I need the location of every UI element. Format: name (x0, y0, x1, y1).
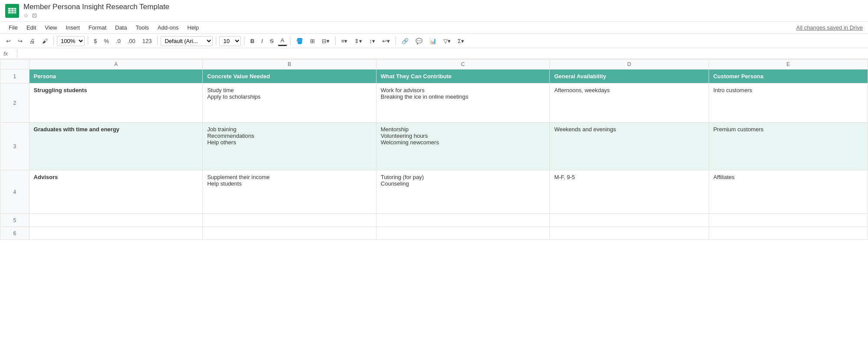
menu-view[interactable]: View (41, 23, 60, 33)
decimal-less-button[interactable]: .0 (113, 37, 123, 46)
cell-d6[interactable] (550, 227, 709, 240)
cell-e5[interactable] (709, 214, 868, 227)
separator-8 (396, 37, 396, 45)
italic-button[interactable]: I (259, 37, 266, 46)
separator-3 (157, 37, 158, 45)
cell-e3[interactable]: Premium customers (709, 123, 868, 170)
col-header-a[interactable]: A (29, 60, 203, 70)
column-header-row: A B C D E (0, 60, 868, 70)
cell-c5[interactable] (376, 214, 550, 227)
folder-icon[interactable]: ⊡ (32, 12, 37, 19)
cell-c2[interactable]: Work for advisors Breaking the ice in on… (376, 83, 550, 123)
valign-button[interactable]: ⇕▾ (352, 37, 365, 46)
cell-d3[interactable]: Weekends and evenings (550, 123, 709, 170)
link-button[interactable]: 🔗 (399, 37, 411, 46)
separator-7 (335, 37, 336, 45)
table-row-4: 4 Advisors Supplement their income Help … (0, 170, 868, 214)
filter-button[interactable]: ▽▾ (441, 37, 453, 46)
cell-b5[interactable] (203, 214, 376, 227)
font-size-select[interactable]: 10 11 12 14 (219, 36, 241, 46)
format-123-button[interactable]: 123 (140, 37, 155, 46)
cell-b2[interactable]: Study time Apply to scholarships (203, 83, 376, 123)
cell-a3[interactable]: Graduates with time and energy (29, 123, 203, 170)
cell-d2[interactable]: Afternoons, weekdays (550, 83, 709, 123)
align-button[interactable]: ≡▾ (339, 37, 350, 46)
borders-button[interactable]: ⊞ (307, 37, 317, 46)
bold-button[interactable]: B (248, 37, 257, 46)
cell-e2[interactable]: Intro customers (709, 83, 868, 123)
percent-button[interactable]: % (101, 37, 112, 46)
cell-a1[interactable]: Persona (29, 70, 203, 83)
table-row-1: 1 Persona Concrete Value Needed What The… (0, 70, 868, 83)
cell-a6[interactable] (29, 227, 203, 240)
separator-1 (53, 37, 54, 45)
formula-separator (17, 49, 17, 58)
cell-a4[interactable]: Advisors (29, 170, 203, 214)
chart-button[interactable]: 📊 (427, 37, 439, 46)
row-number-2: 2 (0, 83, 30, 123)
cell-c1[interactable]: What They Can Contribute (376, 70, 550, 83)
persona-a4: Advisors (34, 174, 58, 180)
separator-5 (244, 37, 244, 45)
menu-addons[interactable]: Add-ons (154, 23, 182, 33)
cell-b6[interactable] (203, 227, 376, 240)
menu-edit[interactable]: Edit (23, 23, 40, 33)
print-button[interactable]: 🖨 (27, 37, 38, 46)
col-header-c[interactable]: C (376, 60, 550, 70)
cell-d5[interactable] (550, 214, 709, 227)
text-color-button[interactable]: A (278, 36, 287, 46)
top-bar: Member Persona Insight Research Template… (0, 0, 868, 22)
currency-button[interactable]: $ (91, 37, 99, 46)
row-number-5: 5 (0, 214, 30, 227)
comment-button[interactable]: 💬 (413, 37, 425, 46)
cell-e6[interactable] (709, 227, 868, 240)
font-select[interactable]: Default (Ari... Arial Times New Roman (161, 36, 213, 46)
menu-insert[interactable]: Insert (62, 23, 83, 33)
cell-c3[interactable]: Mentorship Volunteering hours Welcoming … (376, 123, 550, 170)
cell-b3[interactable]: Job training Recommendations Help others (203, 123, 376, 170)
undo-button[interactable]: ↩ (3, 37, 13, 46)
table-row-6: 6 (0, 227, 868, 240)
cell-d1[interactable]: General Availability (550, 70, 709, 83)
document-title[interactable]: Member Persona Insight Research Template (23, 3, 169, 11)
menu-file[interactable]: File (5, 23, 21, 33)
text-wrap-button[interactable]: ↩▾ (380, 37, 393, 46)
cell-e1[interactable]: Customer Persona (709, 70, 868, 83)
cell-a2[interactable]: Struggling students (29, 83, 203, 123)
cell-d4[interactable]: M-F, 9-5 (550, 170, 709, 214)
toolbar: ↩ ↪ 🖨 🖌 100% 75% 50% 150% $ % .0 .00 123… (0, 34, 868, 48)
decimal-more-button[interactable]: .00 (125, 37, 138, 46)
spreadsheet-table: A B C D E 1 Persona Concrete Value Neede… (0, 59, 868, 240)
cell-c4[interactable]: Tutoring (for pay) Counseling (376, 170, 550, 214)
cell-b1[interactable]: Concrete Value Needed (203, 70, 376, 83)
cell-e4[interactable]: Affiliates (709, 170, 868, 214)
menu-help[interactable]: Help (184, 23, 202, 33)
zoom-select[interactable]: 100% 75% 50% 150% (57, 36, 85, 46)
formula-input[interactable] (22, 50, 865, 58)
svg-rect-1 (8, 8, 17, 13)
col-header-d[interactable]: D (550, 60, 709, 70)
spreadsheet-container: A B C D E 1 Persona Concrete Value Neede… (0, 59, 868, 240)
sheets-icon (5, 4, 19, 18)
menu-data[interactable]: Data (112, 23, 130, 33)
fill-color-button[interactable]: 🪣 (294, 37, 306, 46)
star-icon[interactable]: ☆ (23, 12, 29, 19)
menu-format[interactable]: Format (85, 23, 110, 33)
cell-b4[interactable]: Supplement their income Help students (203, 170, 376, 214)
persona-a2: Struggling students (34, 87, 87, 93)
cell-c6[interactable] (376, 227, 550, 240)
row-number-3: 3 (0, 123, 30, 170)
persona-a3: Graduates with time and energy (34, 126, 119, 133)
corner-cell (0, 60, 30, 70)
saved-notice: All changes saved in Drive (796, 24, 863, 31)
cell-a5[interactable] (29, 214, 203, 227)
text-rotation-button[interactable]: ↕▾ (366, 37, 378, 46)
col-header-b[interactable]: B (203, 60, 376, 70)
function-button[interactable]: Σ▾ (455, 37, 467, 46)
strikethrough-button[interactable]: S (267, 37, 276, 46)
paint-format-button[interactable]: 🖌 (40, 37, 50, 46)
menu-tools[interactable]: Tools (132, 23, 152, 33)
merge-cells-button[interactable]: ⊟▾ (319, 37, 332, 46)
col-header-e[interactable]: E (709, 60, 868, 70)
redo-button[interactable]: ↪ (15, 37, 25, 46)
